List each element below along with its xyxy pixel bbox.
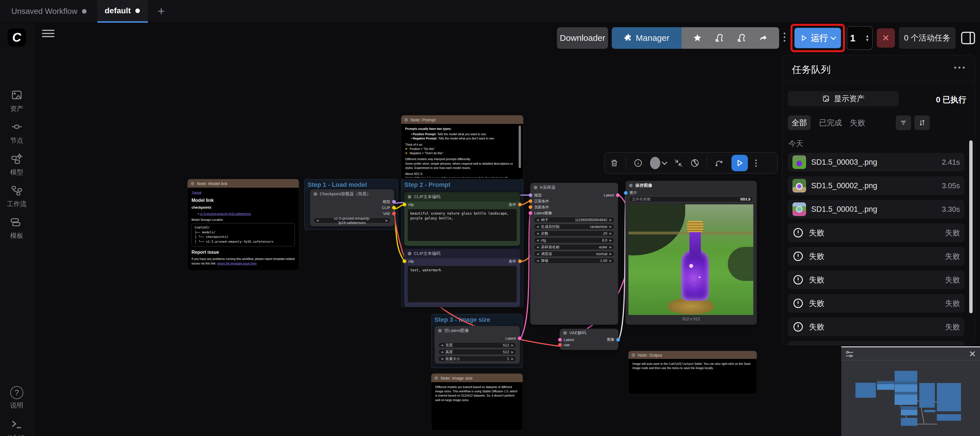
collapse-dot-icon[interactable] xyxy=(563,331,567,335)
node-clip-encode-positive[interactable]: CLIP文本编码 clip 条件 beautiful scenery natur… xyxy=(404,192,520,246)
sort-icon[interactable] xyxy=(915,116,930,130)
port-latent-in[interactable] xyxy=(528,211,532,215)
port-latent-out[interactable] xyxy=(518,336,522,340)
sidebar-item-workflows[interactable]: 工作流 xyxy=(0,184,33,208)
checkpoint-link[interactable]: v1-5-pruned-emaonly-fp16.safetensors xyxy=(200,212,251,216)
toggle-panel-icon[interactable] xyxy=(959,30,977,46)
note-output[interactable]: Note: Output Image will auto-save to the… xyxy=(628,351,757,394)
tab-default[interactable]: default xyxy=(97,0,148,23)
node-save-image[interactable]: 保存图像 图片 文件名前缀 SD1.5 512 x 512 xyxy=(625,181,757,325)
collapse-dot-icon[interactable] xyxy=(629,184,633,187)
note-model-link[interactable]: Note: Model link Tutorial Model link che… xyxy=(188,179,299,270)
port-positive-in[interactable] xyxy=(528,199,532,203)
filter-icon[interactable] xyxy=(896,116,911,130)
minimap-close-icon[interactable]: ✕ xyxy=(969,349,976,359)
port-model-out[interactable] xyxy=(392,200,396,203)
vacuum-icon[interactable] xyxy=(714,33,724,43)
sampler-name-widget[interactable]: ◀采样器名称euler▶ xyxy=(534,244,614,250)
port-cond-out[interactable] xyxy=(518,203,522,206)
port-model-in[interactable] xyxy=(528,193,532,197)
downloader-button[interactable]: Downloader xyxy=(557,27,608,49)
info-icon[interactable] xyxy=(633,159,643,168)
active-tasks-button[interactable]: 0 个活动任务 xyxy=(899,27,956,49)
sidebar-item-templates[interactable]: 模板 xyxy=(0,216,33,240)
share-icon[interactable] xyxy=(759,33,768,43)
port-cond-out[interactable] xyxy=(518,259,522,263)
queue-failed-row[interactable]: 失败 失败 xyxy=(788,247,964,266)
queue-item-row[interactable]: SD1.5_00001_.png 3.30s xyxy=(788,200,964,219)
collapse-dot-icon[interactable] xyxy=(434,376,438,380)
prompt-textarea[interactable]: text, watermark xyxy=(408,266,517,302)
note-prompt[interactable]: Note: Prompt Prompts usually have two ty… xyxy=(401,116,523,179)
delete-icon[interactable] xyxy=(610,159,619,168)
toolbar-kebab-icon[interactable] xyxy=(784,31,785,44)
cfg-widget[interactable]: ◀cfg8.0▶ xyxy=(534,237,614,243)
note-image-size[interactable]: Note: Image size Different models are tr… xyxy=(431,374,523,430)
node-vae-decode[interactable]: VAE解码 Latent 图像 vae xyxy=(560,329,618,350)
filter-tab-completed[interactable]: 已完成 xyxy=(817,116,844,130)
collapse-dot-icon[interactable] xyxy=(191,182,194,185)
star-icon[interactable] xyxy=(693,33,702,43)
sidebar-item-assets[interactable]: 资产 xyxy=(0,89,33,113)
collapse-dot-icon[interactable] xyxy=(408,195,411,199)
batch-count-stepper[interactable]: 1 ▲ ▼ xyxy=(846,26,873,50)
port-vae-out[interactable] xyxy=(392,212,396,216)
collapse-dot-icon[interactable] xyxy=(408,252,411,255)
queue-failed-row[interactable]: 失败 失败 xyxy=(788,270,964,289)
new-tab-button[interactable]: + xyxy=(150,0,172,23)
port-image-out[interactable] xyxy=(616,338,620,342)
filter-tab-all[interactable]: 全部 xyxy=(788,116,811,130)
pie-bypass-icon[interactable] xyxy=(690,159,699,168)
ckpt-name-widget[interactable]: ◀ v1-5-pruned-emaonly-fp16.safetensors▶ xyxy=(313,217,391,224)
denoise-widget[interactable]: ◀降噪1.00▶ xyxy=(534,258,614,264)
report-issue-link[interactable]: report the template issue here xyxy=(217,262,257,265)
queue-item-row[interactable]: SD1.5_00003_.png 2.41s xyxy=(788,153,964,171)
sidebar-item-help[interactable]: ? 说明 xyxy=(0,386,33,410)
run-selected-button[interactable] xyxy=(732,155,748,171)
filename-prefix-widget[interactable]: 文件名前缀 SD1.5 xyxy=(629,196,753,202)
comfyui-logo-icon[interactable]: C xyxy=(8,29,26,46)
vacuum-icon[interactable] xyxy=(737,33,746,43)
collapse-dot-icon[interactable] xyxy=(632,353,635,357)
control-after-generate-widget[interactable]: ◀生成后控制randomize▶ xyxy=(534,224,614,230)
height-widget[interactable]: ◀高度512▶ xyxy=(438,349,516,355)
queue-failed-row[interactable]: 失败 失败 xyxy=(788,294,964,313)
minimap-panel[interactable]: ✕ xyxy=(841,346,980,436)
toolbox-kebab-icon[interactable] xyxy=(755,158,757,168)
port-clip-in[interactable] xyxy=(402,203,406,206)
port-latent-in[interactable] xyxy=(558,338,562,342)
sidebar-item-models[interactable]: 模型 xyxy=(0,152,33,177)
stepper-down-icon[interactable]: ▼ xyxy=(865,38,869,42)
show-assets-button[interactable]: 显示资产 xyxy=(788,91,899,106)
clear-queue-button[interactable]: ✕ xyxy=(877,29,895,48)
queue-scrollbar[interactable] xyxy=(969,140,973,313)
sidebar-item-nodes[interactable]: 节点 xyxy=(0,120,33,145)
note-scrollbar[interactable] xyxy=(519,125,521,168)
seed-widget[interactable]: ◀种子1115650855904842▶ xyxy=(534,217,614,223)
canvas-menu-hamburger-icon[interactable] xyxy=(42,28,54,39)
port-clip-in[interactable] xyxy=(402,259,406,263)
port-latent-out[interactable] xyxy=(616,193,620,197)
queue-failed-row[interactable]: 失败 失败 xyxy=(788,317,964,336)
port-vae-in[interactable] xyxy=(558,343,562,347)
scheduler-widget[interactable]: ◀调度器normal▶ xyxy=(534,251,614,257)
width-widget[interactable]: ◀宽度512▶ xyxy=(438,342,516,348)
port-clip-out[interactable] xyxy=(392,206,396,209)
node-empty-latent[interactable]: 空Latent图像 Latent ◀宽度512▶ ◀高度512▶ ◀批量大小1▶ xyxy=(435,326,520,364)
node-color-picker[interactable] xyxy=(650,157,667,169)
node-checkpoint-loader[interactable]: Checkpoint加载器（简易） 模型 CLIP VAE ◀ v1-5-pru… xyxy=(310,189,394,226)
queue-failed-row[interactable]: 失败 失败 xyxy=(788,224,964,242)
sidebar-item-console[interactable]: 控制台 xyxy=(0,418,33,436)
batch-size-widget[interactable]: ◀批量大小1▶ xyxy=(438,356,516,362)
rerun-icon[interactable] xyxy=(714,159,724,168)
filter-tab-failed[interactable]: 失败 xyxy=(848,116,867,130)
collapse-dot-icon[interactable] xyxy=(313,192,317,196)
queue-failed-row[interactable]: 失败 失败 xyxy=(788,341,964,345)
prompt-textarea[interactable]: beautiful scenery nature glass bottle la… xyxy=(408,209,517,241)
queue-item-row[interactable]: SD1.5_00002_.png 3.05s xyxy=(788,176,964,195)
node-ksampler[interactable]: K采样器 模型 Latent 正面条件 负面条件 Latent图像 ◀种子111… xyxy=(530,183,618,325)
manager-button[interactable]: Manager xyxy=(612,27,681,49)
steps-widget[interactable]: ◀步数20▶ xyxy=(534,230,614,236)
minimap-settings-sliders-icon[interactable] xyxy=(845,350,854,359)
collapse-dot-icon[interactable] xyxy=(438,329,442,333)
